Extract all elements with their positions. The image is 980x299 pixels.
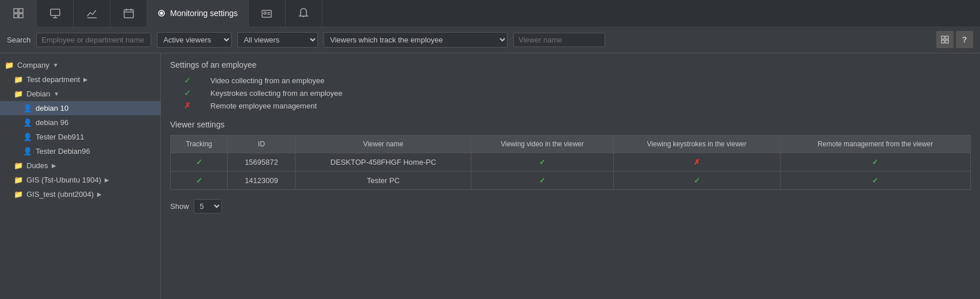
setting-label-video: Video collecting from an employee: [210, 76, 325, 85]
svg-rect-8: [124, 10, 133, 18]
svg-rect-4: [51, 9, 60, 15]
sidebar-item-label: debian 96: [36, 118, 68, 127]
svg-rect-2: [14, 14, 18, 18]
chart-nav-btn[interactable]: [74, 0, 110, 26]
svg-rect-0: [14, 9, 18, 13]
table-row: ✓15695872DESKTOP-458FHGF Home-PC✓✗✓: [171, 153, 971, 172]
sidebar-item-label: GIS (Tst-Ubuntu 1904): [26, 176, 101, 184]
folder-icon: 📁: [14, 176, 23, 184]
search-bar: Search Active viewers All viewers Inacti…: [0, 26, 980, 53]
folder-icon: 📁: [14, 90, 23, 98]
sidebar-item-gis-ubuntu[interactable]: 📁 GIS (Tst-Ubuntu 1904) ▶: [0, 173, 160, 187]
viewer-table: Tracking ID Viewer name Viewing video in…: [170, 135, 971, 190]
monitoring-settings-tab[interactable]: Monitoring settings: [147, 0, 249, 26]
svg-rect-14: [262, 10, 271, 17]
person-icon: 👤: [23, 147, 32, 156]
show-count-select[interactable]: 5 10 25 50: [194, 199, 222, 213]
sidebar-item-tester-debian96[interactable]: 👤 Tester Debian96: [0, 144, 160, 158]
calendar-nav-btn[interactable]: [110, 0, 147, 26]
sidebar-item-label: Dudes: [26, 161, 48, 170]
monitor-nav-btn[interactable]: [37, 0, 74, 26]
search-label: Search: [7, 36, 30, 44]
top-right-icons: ?: [936, 31, 973, 48]
sidebar-item-label: Tester Deb911: [36, 133, 84, 141]
show-label: Show: [170, 202, 189, 211]
chevron-right-icon: ▶: [83, 76, 88, 83]
person-icon: 👤: [23, 118, 32, 127]
col-viewing-video: Viewing video in the viewer: [471, 135, 613, 153]
setting-row-video: ✓ Video collecting from an employee: [170, 75, 971, 86]
sidebar-item-dudes[interactable]: 📁 Dudes ▶: [0, 158, 160, 173]
setting-row-keystrokes: ✓ Keystrokes collecting from an employee: [170, 88, 971, 98]
sidebar-item-label: Test department: [26, 75, 80, 84]
show-bar: Show 5 10 25 50: [170, 197, 971, 216]
folder-icon: 📁: [14, 75, 23, 84]
col-viewing-keystrokes: Viewing keystrokes in the viewer: [613, 135, 780, 153]
svg-rect-20: [946, 36, 948, 39]
person-icon: 👤: [23, 133, 32, 141]
svg-point-15: [264, 12, 266, 14]
svg-rect-22: [946, 40, 948, 43]
person-icon: 👤: [23, 104, 32, 112]
folder-icon: 📁: [14, 161, 23, 170]
folder-icon: 📁: [5, 61, 14, 69]
chevron-right-icon: ▶: [52, 162, 56, 169]
search-input[interactable]: [36, 33, 151, 47]
tab-label: Monitoring settings: [170, 9, 238, 18]
col-viewer-name: Viewer name: [295, 135, 471, 153]
col-tracking: Tracking: [171, 135, 228, 153]
sidebar-item-label: GIS_test (ubnt2004): [26, 190, 94, 199]
chevron-down-icon: ▼: [53, 91, 59, 97]
viewer-name-input[interactable]: [513, 33, 605, 47]
grid-view-btn[interactable]: [936, 31, 954, 48]
help-btn[interactable]: ?: [956, 31, 973, 48]
chevron-right-icon: ▶: [97, 191, 102, 197]
sidebar-item-tester-deb911[interactable]: 👤 Tester Deb911: [0, 130, 160, 144]
setting-label-remote: Remote employee management: [210, 102, 317, 110]
id-card-nav-btn[interactable]: [249, 0, 286, 26]
sidebar-item-label: Debian: [26, 90, 50, 98]
viewer-settings-section: Viewer settings Tracking ID Viewer name …: [170, 120, 971, 216]
svg-rect-21: [941, 40, 944, 43]
sidebar-item-test-department[interactable]: 📁 Test department ▶: [0, 72, 160, 87]
main-layout: 📁 Company ▼ 📁 Test department ▶ 📁 Debian…: [0, 53, 980, 299]
sidebar-item-debian10[interactable]: 👤 debian 10: [0, 101, 160, 115]
employee-settings-title: Settings of an employee: [170, 60, 971, 69]
active-viewers-dropdown[interactable]: Active viewers All viewers Inactive view…: [157, 32, 232, 48]
dashboard-nav-btn[interactable]: [0, 0, 37, 26]
content-area: Settings of an employee ✓ Video collecti…: [161, 53, 980, 299]
sidebar-item-debian[interactable]: 📁 Debian ▼: [0, 87, 160, 101]
svg-point-13: [160, 12, 163, 14]
svg-rect-19: [941, 36, 944, 39]
sidebar-item-company[interactable]: 📁 Company ▼: [0, 58, 160, 72]
sidebar-item-label: Tester Debian96: [36, 147, 90, 156]
chevron-down-icon: ▼: [53, 62, 59, 68]
sidebar-item-gistest-ubnt[interactable]: 📁 GIS_test (ubnt2004) ▶: [0, 187, 160, 201]
sidebar: 📁 Company ▼ 📁 Test department ▶ 📁 Debian…: [0, 53, 161, 299]
bell-nav-btn[interactable]: [286, 0, 322, 26]
col-remote-management: Remote management from the viewer: [780, 135, 970, 153]
col-id: ID: [228, 135, 295, 153]
tracking-dropdown[interactable]: Viewers which track the employee All tra…: [324, 32, 508, 48]
top-nav: Monitoring settings: [0, 0, 980, 26]
table-row: ✓14123009Tester PC✓✓✓: [171, 172, 971, 190]
sidebar-item-label: debian 10: [36, 104, 68, 112]
svg-rect-3: [19, 14, 23, 18]
svg-rect-1: [19, 9, 23, 13]
setting-label-keystrokes: Keystrokes collecting from an employee: [210, 89, 343, 98]
check-keystrokes-icon: ✓: [170, 88, 205, 98]
employee-settings-section: Settings of an employee ✓ Video collecti…: [170, 60, 971, 111]
check-remote-icon: ✗: [170, 100, 205, 111]
chevron-right-icon: ▶: [105, 177, 109, 183]
setting-row-remote: ✗ Remote employee management: [170, 100, 971, 111]
sidebar-item-debian96[interactable]: 👤 debian 96: [0, 115, 160, 130]
folder-icon: 📁: [14, 190, 23, 199]
all-viewers-dropdown[interactable]: All viewers My viewers Others: [237, 32, 318, 48]
viewer-settings-title: Viewer settings: [170, 120, 971, 129]
sidebar-item-label: Company: [17, 61, 49, 69]
check-video-icon: ✓: [170, 75, 205, 86]
